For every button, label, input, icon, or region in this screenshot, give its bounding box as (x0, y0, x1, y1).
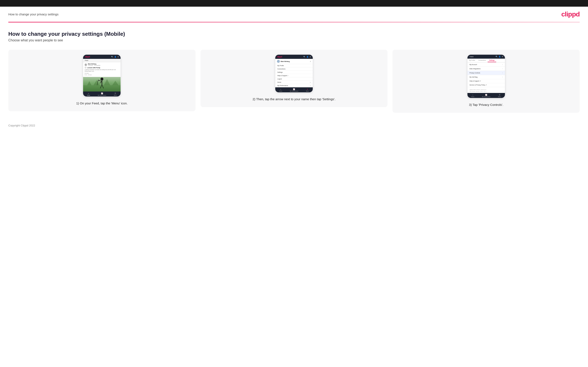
step-2-card: clippd 🔍 👤 ⚙ Blair McHarg (200, 50, 388, 107)
step-2-mockup: clippd 🔍 👤 ⚙ Blair McHarg (275, 55, 313, 92)
page-title: How to change your privacy settings (Mob… (8, 31, 580, 37)
mock-my-profile: My Profile (275, 64, 313, 67)
search-icon: 🔍 (111, 56, 113, 58)
mock-nav-home-2: ⌂ Home (279, 88, 282, 92)
page-subtitle: Choose what you want people to see (8, 38, 580, 42)
mock-back-button: < Back (469, 56, 474, 57)
chevron-up-icon: ∧ (310, 60, 311, 62)
mock-header-1: clippd 🔍 👤 ⚙ (83, 55, 121, 59)
mock-user-left: Blair McHarg (277, 60, 290, 63)
profile-icon: 👤 (114, 56, 116, 58)
chevron-right-icon-2: › (502, 68, 503, 70)
mock-header-icons-2: 🔍 👤 ⚙ (303, 56, 311, 58)
mock-service-privacy-label: Service & Privacy Policy ↗ (469, 84, 487, 86)
mock-post-user-sub: Yesterday · Sunningdale (88, 65, 100, 66)
mock-setting-privacy-controls: Privacy Controls › (467, 71, 505, 75)
mock-user-row: Blair McHarg ∧ (275, 59, 313, 64)
chevron-down-icon: ∨ (310, 82, 311, 83)
mock-nav-perf-label-1: My Performance (98, 95, 106, 96)
mock-user-avatar-2 (277, 60, 280, 63)
mock-bottom-nav-2: ⌂ Home 📈 My Performance ✕ Menu (275, 87, 313, 92)
chart-icon-3: 📈 (485, 94, 487, 96)
mock-data-integrations-label: Data Integrations (469, 68, 481, 69)
mock-lesson-desc: Looking to feel like my hands are exitin… (85, 69, 119, 72)
mock-tabs: My Profile Connections Settings (467, 59, 505, 63)
lesson-icon (85, 67, 86, 69)
search-icon-2: 🔍 (303, 56, 305, 58)
chevron-right-icon-4: › (502, 76, 503, 78)
header: How to change your privacy settings clip… (0, 7, 588, 20)
svg-marker-10 (94, 80, 100, 85)
logo: clippd (561, 10, 580, 18)
profile-icon-3: 👤 (499, 56, 501, 58)
mock-perf-label: My Performance (277, 85, 288, 86)
step-3-mockup: < Back 🔍 👤 ⚙ My Profile Connections Sett… (467, 55, 505, 98)
mock-my-account-label: My Account (469, 64, 477, 65)
home-icon-3: ⌂ (472, 94, 473, 96)
step-3-caption: 3) Tap 'Privacy Controls'. (469, 102, 503, 107)
mock-help-support: Help & Support (275, 74, 313, 77)
step-2-caption: 2) Then, tap the arrow next to your name… (252, 97, 336, 101)
mock-setting-data-integrations: Data Integrations › (467, 67, 505, 71)
mock-connections: Connections (275, 67, 313, 71)
mock-setting-help-support: Help & Support ↗ (467, 79, 505, 83)
step-1-caption: 1) On your Feed, tap the 'Menu' icon. (76, 101, 128, 105)
profile-icon-2: 👤 (306, 56, 309, 58)
mock-username-2: Blair McHarg (281, 61, 290, 62)
breadcrumb: How to change your privacy settings (8, 12, 59, 16)
mock-setting-my-account: My Account › (467, 63, 505, 67)
step-1-card: clippd 🔍 👤 ⚙ Feed (8, 50, 196, 111)
settings-icon: ⚙ (117, 56, 119, 58)
mock-home-section: Home ∨ (275, 81, 313, 84)
mock-nav-perf-label-2: My Performance (290, 91, 298, 92)
mock-help-support-label: Help & Support ↗ (469, 80, 481, 82)
mock-nav-performance-2: 📈 My Performance (290, 88, 298, 92)
mock-nav-menu-2: ✕ Menu (306, 88, 309, 92)
mock-header-2: clippd 🔍 👤 ⚙ (275, 55, 313, 59)
menu-icon: ☰ (114, 92, 116, 94)
mock-post-user: Blair McHarg Yesterday · Sunningdale (85, 63, 119, 66)
mock-setting-service-privacy: Service & Privacy Policy ↗ (467, 83, 505, 87)
svg-rect-8 (83, 85, 121, 92)
chart-icon-2: 📈 (293, 88, 295, 90)
mock-logout: Logout (275, 77, 313, 81)
mock-setting-golf-bag: My Golf Bag › (467, 75, 505, 79)
chart-icon: 📈 (101, 92, 103, 94)
mock-nav-perf-label-3: My Performance (482, 96, 490, 97)
mock-header-icons-3: 🔍 👤 ⚙ (496, 56, 503, 58)
mock-logo-2: clippd (277, 56, 282, 58)
mock-header-icons-1: 🔍 👤 ⚙ (111, 56, 119, 58)
mock-nav-home-3: ⌂ Home (471, 94, 474, 97)
chevron-right-icon-1: › (502, 64, 503, 66)
chevron-down-icon-2: ∨ (310, 85, 311, 86)
mock-sql-version: SQL Server Version: 2022.7.30-1 (469, 91, 503, 92)
mock-post-user-info: Blair McHarg Yesterday · Sunningdale (88, 63, 100, 66)
copyright-text: Copyright Clippd 2022 (8, 124, 35, 127)
mock-nav-menu-label-1: Menu (114, 95, 117, 96)
mock-dropdown: Blair McHarg ∧ My Profile Connections Se… (275, 59, 313, 87)
chevron-right-icon-3: › (502, 72, 503, 74)
steps-container: clippd 🔍 👤 ⚙ Feed (8, 50, 580, 113)
home-icon-2: ⌂ (280, 88, 281, 90)
mock-duration-label: Duration (85, 73, 119, 74)
tab-connections: Connections (477, 59, 488, 62)
mock-perf-section: My Performance ∨ (275, 84, 313, 87)
svg-marker-9 (87, 81, 91, 85)
mock-back-header: < Back 🔍 👤 ⚙ (467, 55, 505, 59)
menu-icon-3: ☰ (499, 94, 500, 96)
mock-post: Blair McHarg Yesterday · Sunningdale Les… (83, 62, 121, 77)
mock-client-version: Clippd Client Version: 2022.8.3-3 (469, 89, 503, 91)
tab-my-profile: My Profile (467, 59, 477, 62)
mock-golf-image (83, 77, 121, 92)
svg-marker-12 (112, 81, 119, 85)
mock-privacy-controls-label: Privacy Controls (469, 72, 480, 74)
top-bar (0, 0, 588, 7)
close-icon: ✕ (307, 88, 308, 90)
settings-icon-2: ⚙ (310, 56, 311, 58)
settings-icon-3: ⚙ (502, 56, 503, 58)
step-1-mockup: clippd 🔍 👤 ⚙ Feed (83, 55, 121, 96)
mock-nav-performance-1: 📈 My Performance (98, 92, 106, 96)
main-content: How to change your privacy settings (Mob… (0, 23, 588, 119)
mock-nav-home-1: ⌂ Home (87, 92, 90, 96)
mock-logo-1: clippd (85, 56, 90, 58)
